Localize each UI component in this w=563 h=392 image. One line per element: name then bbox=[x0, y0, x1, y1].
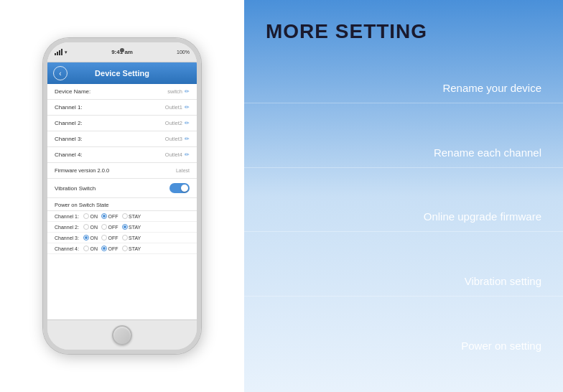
channel4-row: Channel 4: Outlet4 ✏ bbox=[47, 147, 197, 163]
more-setting-title: MORE SETTING bbox=[244, 0, 563, 56]
radio-on-circle-2 bbox=[83, 224, 89, 230]
channel3-text: Outlet3 bbox=[165, 136, 182, 142]
device-name-row: Device Name: switch ✏ bbox=[47, 84, 197, 100]
power-row-channel3: Channel 3: ON OFF STAY bbox=[47, 233, 197, 243]
feature-rename-device-label: Rename your device bbox=[442, 82, 541, 94]
feature-rename-channel-label: Rename each channel bbox=[434, 146, 541, 159]
status-bar: ▾ 9:41 am 100% bbox=[47, 42, 197, 62]
power-row-channel4: Channel 4: ON OFF STAY bbox=[47, 243, 197, 254]
power-row-channel2: Channel 2: ON OFF STAY bbox=[47, 222, 197, 233]
signal-bars-icon bbox=[55, 49, 62, 55]
back-button[interactable]: ‹ bbox=[53, 66, 68, 80]
power-ch2-on[interactable]: ON bbox=[83, 224, 98, 230]
radio-on-circle-4 bbox=[83, 246, 89, 251]
device-name-text: switch bbox=[167, 88, 182, 95]
power-ch1-stay[interactable]: STAY bbox=[122, 213, 141, 219]
feature-item-vibration-setting: Vibration setting bbox=[244, 266, 563, 297]
power-ch4-stay[interactable]: STAY bbox=[122, 246, 141, 251]
feature-power-on-setting-label: Power on setting bbox=[461, 340, 541, 352]
power-ch3-on[interactable]: ON bbox=[83, 235, 98, 241]
channel3-row: Channel 3: Outlet3 ✏ bbox=[47, 131, 197, 147]
radio-off-circle bbox=[101, 213, 107, 219]
power-ch1-on[interactable]: ON bbox=[83, 213, 98, 219]
radio-off-circle-2 bbox=[101, 224, 107, 230]
power-ch4-on[interactable]: ON bbox=[83, 246, 98, 251]
feature-vibration-setting-label: Vibration setting bbox=[465, 275, 541, 287]
vibration-row: Vibration Switch bbox=[47, 179, 197, 198]
radio-stay-circle-2 bbox=[122, 224, 128, 230]
power-ch2-stay[interactable]: STAY bbox=[122, 224, 141, 230]
radio-stay-circle-3 bbox=[122, 235, 128, 241]
channel1-row: Channel 1: Outlet1 ✏ bbox=[47, 100, 197, 116]
phone-container: ▾ 9:41 am 100% ‹ Device Setting Device N… bbox=[0, 0, 244, 392]
channel2-label: Channel 2: bbox=[55, 120, 83, 126]
feature-item-rename-device: Rename your device bbox=[244, 73, 563, 103]
power-ch1-off[interactable]: OFF bbox=[101, 213, 118, 219]
feature-upgrade-firmware-label: Online upgrade firmware bbox=[424, 210, 541, 223]
channel4-text: Outlet4 bbox=[165, 151, 182, 158]
device-name-value: switch ✏ bbox=[167, 88, 190, 95]
phone-camera bbox=[120, 48, 124, 52]
device-name-label: Device Name: bbox=[55, 88, 90, 95]
power-ch1-label: Channel 1: bbox=[55, 214, 80, 219]
app-header: ‹ Device Setting bbox=[47, 62, 197, 84]
channel4-edit-icon[interactable]: ✏ bbox=[185, 151, 190, 158]
back-icon: ‹ bbox=[59, 70, 61, 78]
channel4-value: Outlet4 ✏ bbox=[165, 151, 190, 158]
channel2-value: Outlet2 ✏ bbox=[165, 120, 190, 126]
radio-on-circle bbox=[83, 213, 89, 219]
power-ch3-options: ON OFF STAY bbox=[83, 235, 141, 241]
firmware-row: Firmware version 2.0.0 Latest bbox=[47, 163, 197, 179]
channel3-label: Channel 3: bbox=[55, 136, 83, 142]
channel2-text: Outlet2 bbox=[165, 120, 182, 126]
channel1-edit-icon[interactable]: ✏ bbox=[185, 104, 190, 111]
radio-off-circle-4 bbox=[101, 246, 107, 251]
signal-area: ▾ bbox=[55, 49, 68, 55]
channel4-label: Channel 4: bbox=[55, 151, 83, 158]
power-ch3-off[interactable]: OFF bbox=[101, 235, 118, 241]
channel1-label: Channel 1: bbox=[55, 104, 83, 111]
feature-panel: MORE SETTING Rename your device Rename e… bbox=[244, 0, 563, 392]
channel3-value: Outlet3 ✏ bbox=[165, 136, 190, 142]
app-title: Device Setting bbox=[95, 69, 149, 78]
power-ch4-options: ON OFF STAY bbox=[83, 246, 141, 251]
phone-mockup: ▾ 9:41 am 100% ‹ Device Setting Device N… bbox=[43, 38, 201, 354]
channel2-edit-icon[interactable]: ✏ bbox=[185, 120, 190, 126]
device-name-edit-icon[interactable]: ✏ bbox=[185, 88, 190, 95]
wifi-icon: ▾ bbox=[65, 50, 68, 55]
home-button[interactable] bbox=[112, 325, 132, 345]
channel2-row: Channel 2: Outlet2 ✏ bbox=[47, 116, 197, 131]
power-ch3-stay[interactable]: STAY bbox=[122, 235, 141, 241]
feature-item-rename-channel: Rename each channel bbox=[244, 138, 563, 168]
vibration-label: Vibration Switch bbox=[55, 185, 96, 192]
channel3-edit-icon[interactable]: ✏ bbox=[185, 136, 190, 142]
channel1-value: Outlet1 ✏ bbox=[165, 104, 190, 111]
power-row-channel1: Channel 1: ON OFF STAY bbox=[47, 211, 197, 222]
feature-item-upgrade-firmware: Online upgrade firmware bbox=[244, 202, 563, 232]
power-ch1-options: ON OFF STAY bbox=[83, 213, 141, 219]
vibration-toggle[interactable] bbox=[169, 183, 190, 193]
firmware-value: Latest bbox=[176, 168, 190, 173]
radio-off-circle-3 bbox=[101, 235, 107, 241]
power-section-header: Power on Switch State bbox=[47, 198, 197, 211]
power-ch2-label: Channel 2: bbox=[55, 225, 80, 230]
power-ch2-off[interactable]: OFF bbox=[101, 224, 118, 230]
power-ch4-off[interactable]: OFF bbox=[101, 246, 118, 251]
power-ch4-label: Channel 4: bbox=[55, 246, 80, 251]
power-ch2-options: ON OFF STAY bbox=[83, 224, 141, 230]
battery-indicator: 100% bbox=[177, 50, 190, 55]
power-ch3-label: Channel 3: bbox=[55, 235, 80, 241]
radio-stay-circle bbox=[122, 213, 128, 219]
radio-stay-circle-4 bbox=[122, 246, 128, 251]
feature-items-list: Rename your device Rename each channel O… bbox=[244, 56, 563, 392]
phone-bottom-bar bbox=[47, 319, 197, 350]
radio-on-circle-3 bbox=[83, 235, 89, 241]
app-content: Device Name: switch ✏ Channel 1: Outlet1… bbox=[47, 84, 197, 319]
feature-item-power-on-setting: Power on setting bbox=[244, 331, 563, 360]
firmware-label: Firmware version 2.0.0 bbox=[55, 167, 109, 174]
channel1-text: Outlet1 bbox=[165, 104, 182, 111]
